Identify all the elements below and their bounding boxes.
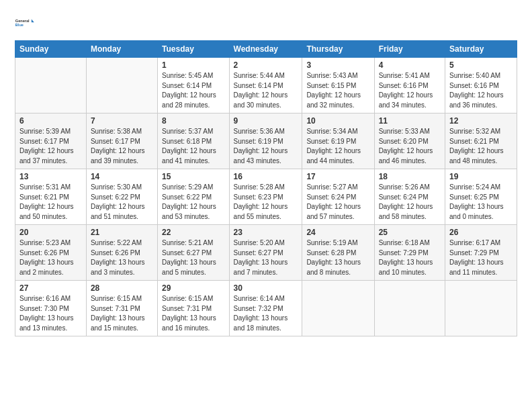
- day-number: 8: [162, 116, 224, 126]
- day-number: 4: [379, 60, 441, 70]
- svg-text:Blue: Blue: [15, 23, 24, 27]
- day-cell: 26Sunrise: 6:17 AMSunset: 7:29 PMDayligh…: [445, 225, 517, 281]
- day-number: 16: [234, 172, 298, 181]
- header: GeneralBlue: [15, 12, 517, 34]
- day-info: Sunrise: 6:18 AMSunset: 7:29 PMDaylight:…: [379, 238, 441, 277]
- day-cell: 13Sunrise: 5:31 AMSunset: 6:21 PMDayligh…: [15, 169, 87, 225]
- calendar-table: SundayMondayTuesdayWednesdayThursdayFrid…: [15, 40, 517, 336]
- day-cell: [374, 281, 445, 336]
- day-info: Sunrise: 5:26 AMSunset: 6:24 PMDaylight:…: [379, 183, 441, 222]
- logo-icon: GeneralBlue: [15, 12, 36, 34]
- day-cell: 28Sunrise: 6:15 AMSunset: 7:31 PMDayligh…: [86, 281, 157, 336]
- day-cell: 30Sunrise: 6:14 AMSunset: 7:32 PMDayligh…: [229, 281, 302, 336]
- day-cell: 7Sunrise: 5:38 AMSunset: 6:17 PMDaylight…: [86, 113, 157, 169]
- week-row-5: 27Sunrise: 6:16 AMSunset: 7:30 PMDayligh…: [15, 281, 517, 336]
- day-info: Sunrise: 5:34 AMSunset: 6:19 PMDaylight:…: [306, 127, 369, 166]
- day-info: Sunrise: 5:20 AMSunset: 6:27 PMDaylight:…: [234, 238, 298, 277]
- day-number: 24: [306, 228, 369, 237]
- day-number: 3: [306, 60, 369, 70]
- day-cell: 21Sunrise: 5:22 AMSunset: 6:26 PMDayligh…: [86, 225, 157, 281]
- day-cell: 27Sunrise: 6:16 AMSunset: 7:30 PMDayligh…: [15, 281, 87, 336]
- svg-marker-2: [32, 19, 34, 22]
- day-info: Sunrise: 5:27 AMSunset: 6:24 PMDaylight:…: [306, 183, 369, 222]
- day-info: Sunrise: 6:17 AMSunset: 7:29 PMDaylight:…: [449, 238, 513, 277]
- day-number: 14: [91, 172, 153, 181]
- day-cell: 24Sunrise: 5:19 AMSunset: 6:28 PMDayligh…: [302, 225, 374, 281]
- day-number: 11: [379, 116, 441, 126]
- day-number: 13: [19, 172, 82, 181]
- day-info: Sunrise: 5:22 AMSunset: 6:26 PMDaylight:…: [91, 238, 153, 277]
- day-cell: 14Sunrise: 5:30 AMSunset: 6:22 PMDayligh…: [86, 169, 157, 225]
- day-number: 15: [162, 172, 224, 181]
- day-number: 23: [234, 228, 298, 237]
- day-header-thursday: Thursday: [302, 41, 374, 58]
- day-cell: 22Sunrise: 5:21 AMSunset: 6:27 PMDayligh…: [158, 225, 229, 281]
- day-cell: 9Sunrise: 5:36 AMSunset: 6:19 PMDaylight…: [229, 113, 302, 169]
- day-info: Sunrise: 5:44 AMSunset: 6:14 PMDaylight:…: [234, 71, 298, 110]
- day-cell: 10Sunrise: 5:34 AMSunset: 6:19 PMDayligh…: [302, 113, 374, 169]
- day-cell: 18Sunrise: 5:26 AMSunset: 6:24 PMDayligh…: [374, 169, 445, 225]
- day-cell: [445, 281, 517, 336]
- day-number: 28: [91, 283, 153, 293]
- day-info: Sunrise: 5:43 AMSunset: 6:15 PMDaylight:…: [306, 71, 369, 110]
- day-number: 25: [379, 228, 441, 237]
- week-row-2: 6Sunrise: 5:39 AMSunset: 6:17 PMDaylight…: [15, 113, 517, 169]
- day-number: 17: [306, 172, 369, 181]
- day-cell: 20Sunrise: 5:23 AMSunset: 6:26 PMDayligh…: [15, 225, 87, 281]
- day-header-saturday: Saturday: [445, 41, 517, 58]
- day-cell: 4Sunrise: 5:41 AMSunset: 6:16 PMDaylight…: [374, 58, 445, 113]
- day-info: Sunrise: 5:32 AMSunset: 6:21 PMDaylight:…: [449, 127, 513, 166]
- svg-text:General: General: [15, 19, 30, 23]
- day-info: Sunrise: 5:45 AMSunset: 6:14 PMDaylight:…: [162, 71, 224, 110]
- day-cell: 11Sunrise: 5:33 AMSunset: 6:20 PMDayligh…: [374, 113, 445, 169]
- day-cell: 6Sunrise: 5:39 AMSunset: 6:17 PMDaylight…: [15, 113, 87, 169]
- day-cell: 17Sunrise: 5:27 AMSunset: 6:24 PMDayligh…: [302, 169, 374, 225]
- day-number: 12: [449, 116, 513, 126]
- day-info: Sunrise: 5:31 AMSunset: 6:21 PMDaylight:…: [19, 183, 82, 222]
- day-number: 2: [234, 60, 298, 70]
- day-cell: 23Sunrise: 5:20 AMSunset: 6:27 PMDayligh…: [229, 225, 302, 281]
- day-info: Sunrise: 5:23 AMSunset: 6:26 PMDaylight:…: [19, 238, 82, 277]
- day-cell: 29Sunrise: 6:15 AMSunset: 7:31 PMDayligh…: [158, 281, 229, 336]
- day-number: 26: [449, 228, 513, 237]
- day-cell: 25Sunrise: 6:18 AMSunset: 7:29 PMDayligh…: [374, 225, 445, 281]
- day-number: 9: [234, 116, 298, 126]
- day-header-friday: Friday: [374, 41, 445, 58]
- day-number: 30: [234, 283, 298, 293]
- day-info: Sunrise: 6:15 AMSunset: 7:31 PMDaylight:…: [162, 294, 224, 333]
- day-cell: [15, 58, 87, 113]
- day-cell: 19Sunrise: 5:24 AMSunset: 6:25 PMDayligh…: [445, 169, 517, 225]
- day-cell: 12Sunrise: 5:32 AMSunset: 6:21 PMDayligh…: [445, 113, 517, 169]
- day-number: 29: [162, 283, 224, 293]
- day-header-sunday: Sunday: [15, 41, 87, 58]
- day-number: 21: [91, 228, 153, 237]
- day-number: 19: [449, 172, 513, 181]
- day-cell: 3Sunrise: 5:43 AMSunset: 6:15 PMDaylight…: [302, 58, 374, 113]
- day-cell: [302, 281, 374, 336]
- day-header-monday: Monday: [86, 41, 157, 58]
- page: GeneralBlue SundayMondayTuesdayWednesday…: [0, 0, 532, 411]
- day-cell: [86, 58, 157, 113]
- day-info: Sunrise: 5:19 AMSunset: 6:28 PMDaylight:…: [306, 238, 369, 277]
- day-info: Sunrise: 5:39 AMSunset: 6:17 PMDaylight:…: [19, 127, 82, 166]
- day-info: Sunrise: 5:37 AMSunset: 6:18 PMDaylight:…: [162, 127, 224, 166]
- day-info: Sunrise: 5:29 AMSunset: 6:22 PMDaylight:…: [162, 183, 224, 222]
- day-info: Sunrise: 5:24 AMSunset: 6:25 PMDaylight:…: [449, 183, 513, 222]
- day-number: 27: [19, 283, 82, 293]
- day-number: 20: [19, 228, 82, 237]
- day-cell: 2Sunrise: 5:44 AMSunset: 6:14 PMDaylight…: [229, 58, 302, 113]
- day-number: 10: [306, 116, 369, 126]
- day-info: Sunrise: 5:41 AMSunset: 6:16 PMDaylight:…: [379, 71, 441, 110]
- calendar-header-row: SundayMondayTuesdayWednesdayThursdayFrid…: [15, 41, 517, 58]
- day-info: Sunrise: 6:16 AMSunset: 7:30 PMDaylight:…: [19, 294, 82, 333]
- day-header-tuesday: Tuesday: [158, 41, 229, 58]
- day-cell: 8Sunrise: 5:37 AMSunset: 6:18 PMDaylight…: [158, 113, 229, 169]
- day-header-wednesday: Wednesday: [229, 41, 302, 58]
- day-cell: 5Sunrise: 5:40 AMSunset: 6:16 PMDaylight…: [445, 58, 517, 113]
- day-number: 22: [162, 228, 224, 237]
- logo: GeneralBlue: [15, 12, 36, 34]
- day-info: Sunrise: 6:15 AMSunset: 7:31 PMDaylight:…: [91, 294, 153, 333]
- week-row-3: 13Sunrise: 5:31 AMSunset: 6:21 PMDayligh…: [15, 169, 517, 225]
- day-cell: 16Sunrise: 5:28 AMSunset: 6:23 PMDayligh…: [229, 169, 302, 225]
- day-number: 18: [379, 172, 441, 181]
